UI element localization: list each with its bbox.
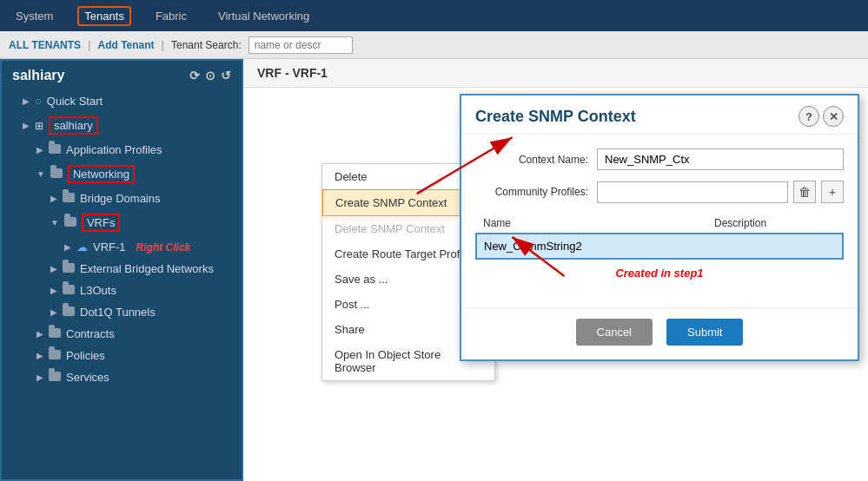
l3outs-label: L3Outs (80, 284, 116, 297)
middle-content: VRF - VRF-1 Delete Create SNMP Context D… (243, 59, 868, 481)
tree-item-policies[interactable]: ▶ Policies (2, 345, 242, 366)
vrf1-label: VRF-1 (93, 240, 126, 254)
expand-arrow2: ▶ (23, 121, 30, 130)
services-label: Services (66, 371, 109, 384)
dialog-footer: Cancel Submit (461, 307, 858, 359)
expand-arrow6: ▼ (50, 218, 59, 227)
close-button[interactable]: ✕ (823, 106, 844, 127)
tree-item-external-bridged[interactable]: ▶ External Bridged Networks (2, 258, 242, 280)
snmp-dialog-icons: ? ✕ (798, 106, 844, 127)
tenant-search-input[interactable] (248, 36, 353, 54)
expand-arrow11: ▶ (36, 329, 43, 339)
expand-arrow7: ▶ (64, 242, 71, 252)
tree-item-contracts[interactable]: ▶ Contracts (2, 323, 242, 345)
snmp-form: Context Name: Community Profiles: 🗑 + (461, 135, 858, 307)
sync-icon[interactable]: ⟳ (189, 69, 200, 82)
context-name-label: Context Name: (475, 154, 588, 166)
snmp-dialog-title: Create SNMP Context (475, 108, 636, 126)
expand-arrow10: ▶ (50, 307, 57, 317)
community-table: Name Description New_CommString2 (475, 214, 844, 260)
add-community-button[interactable]: + (821, 181, 844, 203)
tenant-header: salhiary ⟳ ⊙ ↺ (2, 61, 242, 90)
bridge-domains-label: Bridge Domains (80, 192, 161, 205)
folder-icon-policies (49, 349, 61, 362)
community-profiles-input-area: 🗑 + (597, 181, 844, 203)
expand-arrow9: ▶ (50, 286, 57, 295)
created-step1-label: Created in step1 (475, 267, 844, 280)
expand-arrow8: ▶ (50, 264, 57, 273)
tree-item-app-profiles[interactable]: ▶ Application Profiles (2, 139, 242, 161)
networking-label: Networking (68, 165, 135, 183)
expand-arrow13: ▶ (36, 372, 43, 382)
tree-item-dot1q[interactable]: ▶ Dot1Q Tunnels (2, 301, 242, 323)
nav-fabric[interactable]: Fabric (149, 6, 194, 26)
tenant-icons: ⟳ ⊙ ↺ (189, 69, 231, 82)
folder-icon-l3 (63, 284, 75, 297)
folder-icon-contracts (49, 327, 61, 340)
main-layout: salhiary ⟳ ⊙ ↺ ▶ ○ Quick Start ▶ ⊞ salhi… (0, 59, 868, 481)
app-profiles-label: Application Profiles (66, 143, 162, 156)
all-tenants-link[interactable]: ALL TENANTS (9, 39, 81, 51)
cancel-button[interactable]: Cancel (576, 319, 653, 346)
tenant-search-label: Tenant Search: (171, 39, 242, 51)
context-name-input[interactable] (597, 148, 844, 170)
context-name-row: Context Name: (475, 148, 844, 170)
grid-icon: ⊞ (35, 120, 43, 132)
nav-tenants[interactable]: Tenants (77, 6, 131, 26)
expand-arrow4: ▼ (36, 169, 45, 179)
add-tenant-link[interactable]: Add Tenant (98, 39, 155, 51)
quick-start-icon: ○ (35, 95, 42, 108)
vrfs-label: VRFs (82, 214, 121, 232)
expand-arrow3: ▶ (36, 145, 43, 155)
refresh-icon[interactable]: ↺ (221, 69, 231, 82)
tree-item-quick-start[interactable]: ▶ ○ Quick Start (2, 90, 242, 112)
expand-arrow12: ▶ (36, 351, 43, 360)
vrf-header: VRF - VRF-1 (243, 59, 868, 88)
divider1: | (88, 38, 90, 51)
tree-item-bridge-domains[interactable]: ▶ Bridge Domains (2, 188, 242, 209)
table-header-description: Description (707, 214, 843, 234)
cloud-icon: ☁ (76, 240, 88, 254)
nav-system[interactable]: System (9, 6, 60, 26)
snmp-dialog: Create SNMP Context ? ✕ Context Name: Co… (460, 94, 859, 361)
tenant-name: salhiary (12, 68, 64, 83)
folder-icon-services (49, 371, 61, 384)
divider2: | (162, 38, 164, 51)
quick-start-label: Quick Start (47, 95, 103, 108)
tree-item-vrf1[interactable]: ▶ ☁ VRF-1 Right Click (2, 236, 242, 258)
snmp-dialog-header: Create SNMP Context ? ✕ (461, 96, 858, 135)
external-bridged-label: External Bridged Networks (80, 262, 214, 275)
expand-arrow: ▶ (23, 96, 30, 106)
folder-icon-vrf (64, 216, 76, 229)
policies-label: Policies (66, 349, 105, 362)
contracts-label: Contracts (66, 327, 115, 340)
community-profiles-input[interactable] (597, 181, 788, 203)
delete-community-button[interactable]: 🗑 (793, 181, 816, 203)
table-cell-description (707, 234, 843, 259)
expand-arrow5: ▶ (50, 194, 57, 203)
folder-icon-ext (63, 262, 75, 275)
help-button[interactable]: ? (798, 106, 819, 127)
community-profiles-label: Community Profiles: (475, 186, 588, 198)
nav-virtual-networking[interactable]: Virtual Networking (211, 6, 316, 26)
folder-icon-net (50, 168, 63, 181)
left-panel: salhiary ⟳ ⊙ ↺ ▶ ○ Quick Start ▶ ⊞ salhi… (0, 59, 243, 481)
right-click-label: Right Click (136, 241, 191, 254)
history-icon[interactable]: ⊙ (205, 69, 215, 82)
tree-item-services[interactable]: ▶ Services (2, 366, 242, 388)
table-cell-name: New_CommString2 (476, 234, 707, 259)
community-profiles-row: Community Profiles: 🗑 + (475, 181, 844, 203)
salhiary-label: salhiary (49, 116, 98, 135)
tree-item-l3outs[interactable]: ▶ L3Outs (2, 280, 242, 301)
folder-icon-dot1q (63, 306, 75, 319)
submit-button[interactable]: Submit (666, 319, 743, 346)
table-row[interactable]: New_CommString2 (476, 234, 843, 259)
sub-navigation: ALL TENANTS | Add Tenant | Tenant Search… (0, 31, 868, 59)
top-navigation: System Tenants Fabric Virtual Networking (0, 0, 868, 31)
table-header-name: Name (476, 214, 707, 234)
tree-item-vrfs[interactable]: ▼ VRFs (2, 209, 242, 236)
folder-icon-app (49, 143, 61, 156)
tree-item-networking[interactable]: ▼ Networking (2, 161, 242, 188)
folder-icon-bd (63, 192, 75, 205)
tree-item-salhiary[interactable]: ▶ ⊞ salhiary (2, 112, 242, 139)
